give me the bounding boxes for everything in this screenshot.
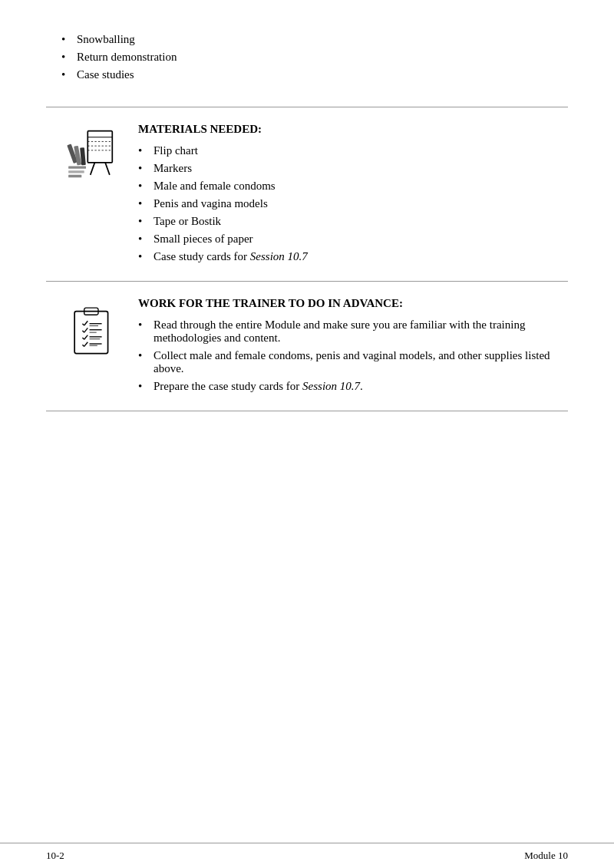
trainer-item-1: Read through the entire Module and make …: [138, 316, 553, 347]
footer: 10-2 Module 10: [0, 843, 614, 868]
trainer-icon: [61, 297, 123, 395]
mat-flip-chart: Flip chart: [138, 142, 553, 160]
materials-list: Flip chart Markers Male and female condo…: [138, 142, 553, 266]
bullet-case-studies: Case studies: [61, 66, 553, 84]
trainer-section: WORK FOR THE TRAINER TO DO IN ADVANCE: R…: [0, 282, 614, 411]
materials-title: MATERIALS NEEDED:: [138, 123, 553, 136]
bullet-snowballing: Snowballing: [61, 31, 553, 48]
mat-condoms: Male and female condoms: [138, 177, 553, 195]
svg-line-16: [84, 321, 88, 325]
trainer-item-2: Collect male and female condoms, penis a…: [138, 347, 553, 378]
trainer-title: WORK FOR THE TRAINER TO DO IN ADVANCE:: [138, 297, 553, 310]
svg-rect-0: [87, 131, 112, 163]
svg-line-6: [105, 163, 110, 175]
mat-session-italic: Session 10.7: [250, 250, 308, 262]
trainer-session-italic: Session 10.7: [302, 380, 360, 392]
svg-rect-12: [68, 175, 81, 177]
trainer-content: WORK FOR THE TRAINER TO DO IN ADVANCE: R…: [138, 297, 553, 395]
footer-right: Module 10: [524, 850, 568, 862]
materials-icon: [61, 123, 123, 266]
materials-content: MATERIALS NEEDED: Flip chart Markers Mal…: [138, 123, 553, 266]
materials-icon-svg: [61, 127, 123, 188]
divider-3: [46, 411, 568, 411]
svg-line-25: [84, 342, 88, 347]
bullet-return-demo: Return demonstration: [61, 48, 553, 66]
mat-tape: Tape or Bostik: [138, 213, 553, 230]
mat-models: Penis and vagina models: [138, 195, 553, 213]
materials-section: MATERIALS NEEDED: Flip chart Markers Mal…: [0, 107, 614, 281]
trainer-list: Read through the entire Module and make …: [138, 316, 553, 395]
svg-line-22: [84, 335, 88, 340]
top-section: Snowballing Return demonstration Case st…: [0, 0, 614, 107]
mat-case-cards: Case study cards for Session 10.7: [138, 248, 553, 266]
mat-markers: Markers: [138, 160, 553, 177]
page: Snowballing Return demonstration Case st…: [0, 0, 614, 868]
trainer-icon-svg: [61, 301, 123, 362]
svg-line-5: [91, 163, 95, 175]
svg-rect-11: [68, 170, 84, 173]
trainer-item-3: Prepare the case study cards for Session…: [138, 378, 553, 395]
svg-line-19: [84, 328, 88, 332]
top-bullet-list: Snowballing Return demonstration Case st…: [61, 31, 553, 84]
svg-rect-10: [68, 166, 86, 168]
footer-left: 10-2: [46, 850, 64, 862]
mat-paper: Small pieces of paper: [138, 230, 553, 248]
